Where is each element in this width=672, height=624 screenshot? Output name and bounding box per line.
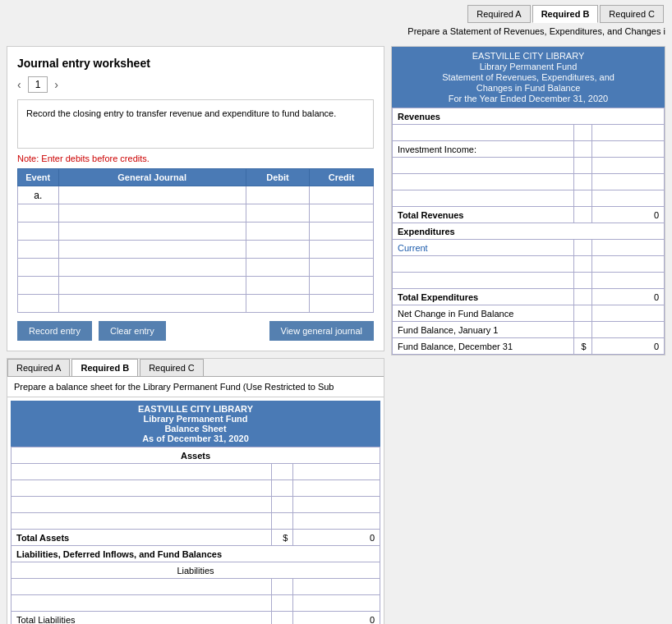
stmt-fund-bal-dec-dollar: $ (573, 338, 591, 355)
bs-asset-dollar-1 (271, 464, 292, 480)
bs-liab-dollar-1 (271, 579, 292, 595)
stmt-total-revenues-row: Total Revenues 0 (393, 207, 665, 223)
debit-cell-7[interactable] (246, 295, 309, 313)
bs-liab-name-2[interactable] (12, 595, 272, 612)
stmt-current-label: Current (393, 240, 574, 256)
next-page-button[interactable]: › (54, 78, 58, 91)
bs-total-liab-value: 0 (293, 612, 380, 625)
stmt-investment-value[interactable] (591, 141, 664, 158)
stmt-inv-sub-name-3[interactable] (393, 190, 574, 207)
debit-cell-1[interactable] (246, 186, 309, 204)
stmt-inv-sub-dollar-2 (573, 174, 591, 190)
stmt-exp-dollar-1 (573, 256, 591, 273)
bs-asset-value-4[interactable] (293, 513, 380, 530)
bs-asset-value-2[interactable] (293, 480, 380, 497)
stmt-rev-value-1[interactable] (591, 125, 664, 141)
stmt-current-dollar (573, 240, 591, 256)
top-description-text: Prepare a Statement of Revenues, Expendi… (407, 26, 665, 36)
stmt-rev-name-1[interactable] (393, 125, 574, 141)
credit-cell-4[interactable] (310, 241, 374, 259)
bs-asset-value-1[interactable] (293, 464, 380, 480)
stmt-exp-value-1[interactable] (591, 256, 664, 273)
debit-cell-5[interactable] (246, 259, 309, 277)
credit-cell-2[interactable] (310, 204, 374, 223)
credit-cell-3[interactable] (310, 223, 374, 241)
stmt-title2: Library Permanent Fund (395, 62, 661, 71)
stmt-net-change-row: Net Change in Fund Balance (393, 305, 665, 322)
stmt-current-value[interactable] (591, 240, 664, 256)
journal-cell-7[interactable] (58, 295, 246, 313)
bs-asset-name-4[interactable] (12, 513, 272, 530)
tab-required-b-bottom[interactable]: Required B (71, 359, 138, 376)
stmt-total-exp-value: 0 (591, 289, 664, 305)
clear-entry-button[interactable]: Clear entry (99, 321, 166, 341)
bs-asset-name-1[interactable] (12, 464, 272, 480)
debit-cell-3[interactable] (246, 223, 309, 241)
stmt-total-rev-value: 0 (591, 207, 664, 223)
stmt-exp-value-2[interactable] (591, 273, 664, 289)
bs-liab-sub-header-row: Liabilities (12, 562, 380, 579)
stmt-inv-sub-name-1[interactable] (393, 158, 574, 174)
journal-table: Event General Journal Debit Credit a. (17, 168, 374, 313)
tab-required-a-top[interactable]: Required A (467, 5, 530, 23)
bs-liab-value-1[interactable] (293, 579, 380, 595)
bs-total-liab-dollar (271, 612, 292, 625)
credit-cell-1[interactable] (310, 186, 374, 204)
stmt-fund-bal-jan-value[interactable] (591, 322, 664, 338)
journal-cell-6[interactable] (58, 277, 246, 295)
stmt-current-row: Current (393, 240, 665, 256)
tab-required-a-bottom[interactable]: Required A (7, 359, 70, 376)
tab-required-c-top[interactable]: Required C (600, 5, 664, 23)
table-row (18, 241, 374, 259)
table-row (18, 204, 374, 223)
balance-sheet-container: EASTVILLE CITY LIBRARY Library Permanent… (7, 397, 384, 624)
stmt-inv-sub-name-2[interactable] (393, 174, 574, 190)
journal-cell-4[interactable] (58, 241, 246, 259)
stmt-investment-sub-row-2 (393, 174, 665, 190)
stmt-net-change-dollar (573, 305, 591, 322)
credit-cell-7[interactable] (310, 295, 374, 313)
balance-sheet-table: Assets (11, 447, 380, 624)
journal-cell-1[interactable] (58, 186, 246, 204)
bs-liab-row-2 (12, 595, 380, 612)
credit-cell-6[interactable] (310, 277, 374, 295)
note-text: Note: Enter debits before credits. (17, 154, 374, 163)
stmt-exp-name-2[interactable] (393, 273, 574, 289)
journal-cell-5[interactable] (58, 259, 246, 277)
stmt-exp-row-2 (393, 273, 665, 289)
bs-title2: Library Permanent Fund (14, 414, 377, 424)
stmt-inv-sub-dollar-3 (573, 190, 591, 207)
stmt-fund-bal-jan-row: Fund Balance, January 1 (393, 322, 665, 338)
bs-liab-value-2[interactable] (293, 595, 380, 612)
view-general-journal-button[interactable]: View general journal (269, 321, 374, 341)
table-row: a. (18, 186, 374, 204)
tab-required-c-bottom[interactable]: Required C (140, 359, 204, 376)
bottom-description: Prepare a balance sheet for the Library … (7, 377, 384, 397)
stmt-total-exp-dollar (573, 289, 591, 305)
record-entry-button[interactable]: Record entry (17, 321, 92, 341)
bs-asset-name-3[interactable] (12, 497, 272, 513)
tab-required-b-top[interactable]: Required B (532, 5, 599, 23)
stmt-inv-sub-value-1[interactable] (591, 158, 664, 174)
credit-cell-5[interactable] (310, 259, 374, 277)
journal-cell-2[interactable] (58, 204, 246, 223)
debit-cell-6[interactable] (246, 277, 309, 295)
prev-page-button[interactable]: ‹ (17, 78, 21, 91)
stmt-investment-sub-row-1 (393, 158, 665, 174)
bs-asset-name-2[interactable] (12, 480, 272, 497)
bs-asset-row-3 (12, 497, 380, 513)
stmt-revenues-header: Revenues (393, 108, 665, 125)
bs-asset-value-3[interactable] (293, 497, 380, 513)
bs-liab-name-1[interactable] (12, 579, 272, 595)
table-row (18, 295, 374, 313)
stmt-inv-sub-value-3[interactable] (591, 190, 664, 207)
page-number: 1 (28, 76, 48, 93)
journal-cell-3[interactable] (58, 223, 246, 241)
stmt-inv-sub-value-2[interactable] (591, 174, 664, 190)
stmt-net-change-value[interactable] (591, 305, 664, 322)
debit-cell-4[interactable] (246, 241, 309, 259)
bs-title3: Balance Sheet (14, 424, 377, 434)
debit-cell-2[interactable] (246, 204, 309, 223)
stmt-exp-name-1[interactable] (393, 256, 574, 273)
instruction-box: Record the closing entry to transfer rev… (17, 99, 374, 149)
